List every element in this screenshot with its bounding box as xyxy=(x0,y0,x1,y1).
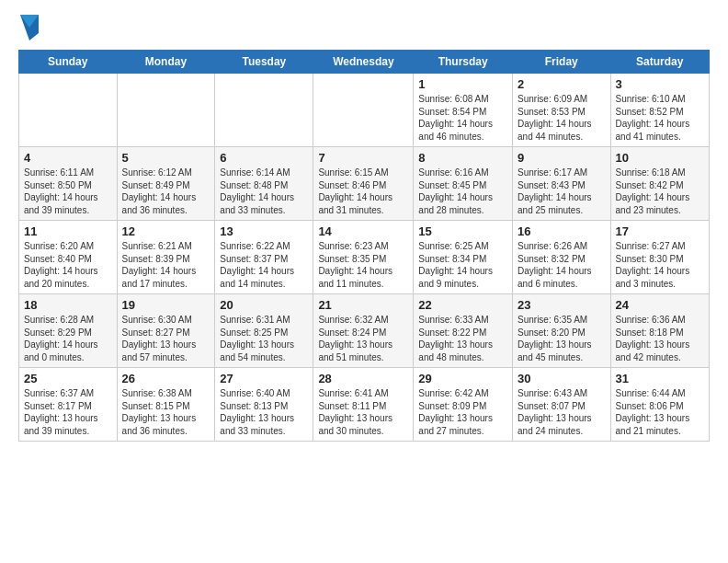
day-number: 22 xyxy=(418,298,507,312)
day-number: 4 xyxy=(24,151,112,165)
day-info: Sunrise: 6:16 AM Sunset: 8:45 PM Dayligh… xyxy=(418,167,507,216)
week-row-5: 25Sunrise: 6:37 AM Sunset: 8:17 PM Dayli… xyxy=(19,368,710,442)
day-number: 26 xyxy=(122,372,210,385)
day-number: 30 xyxy=(518,372,606,385)
day-cell: 19Sunrise: 6:30 AM Sunset: 8:27 PM Dayli… xyxy=(117,294,215,368)
day-number: 13 xyxy=(220,224,308,238)
day-cell xyxy=(117,74,215,147)
weekday-header-wednesday: Wednesday xyxy=(313,51,414,74)
day-number: 1 xyxy=(418,77,507,91)
day-info: Sunrise: 6:10 AM Sunset: 8:52 PM Dayligh… xyxy=(616,93,704,143)
day-number: 2 xyxy=(518,77,606,91)
day-cell: 17Sunrise: 6:27 AM Sunset: 8:30 PM Dayli… xyxy=(610,221,709,294)
day-info: Sunrise: 6:37 AM Sunset: 8:17 PM Dayligh… xyxy=(24,387,112,437)
day-info: Sunrise: 6:15 AM Sunset: 8:46 PM Dayligh… xyxy=(318,167,408,216)
day-cell: 8Sunrise: 6:16 AM Sunset: 8:45 PM Daylig… xyxy=(414,147,513,221)
day-number: 6 xyxy=(220,151,308,165)
day-info: Sunrise: 6:36 AM Sunset: 8:18 PM Dayligh… xyxy=(616,314,704,363)
day-cell: 21Sunrise: 6:32 AM Sunset: 8:24 PM Dayli… xyxy=(313,294,414,368)
day-cell xyxy=(215,74,313,147)
day-info: Sunrise: 6:43 AM Sunset: 8:07 PM Dayligh… xyxy=(518,387,606,437)
day-cell: 14Sunrise: 6:23 AM Sunset: 8:35 PM Dayli… xyxy=(313,221,414,294)
day-cell: 22Sunrise: 6:33 AM Sunset: 8:22 PM Dayli… xyxy=(414,294,513,368)
day-info: Sunrise: 6:25 AM Sunset: 8:34 PM Dayligh… xyxy=(418,240,507,290)
day-info: Sunrise: 6:30 AM Sunset: 8:27 PM Dayligh… xyxy=(122,314,210,363)
day-info: Sunrise: 6:18 AM Sunset: 8:42 PM Dayligh… xyxy=(616,167,704,216)
day-cell: 6Sunrise: 6:14 AM Sunset: 8:48 PM Daylig… xyxy=(215,147,313,221)
day-cell: 29Sunrise: 6:42 AM Sunset: 8:09 PM Dayli… xyxy=(414,368,513,442)
day-info: Sunrise: 6:33 AM Sunset: 8:22 PM Dayligh… xyxy=(418,314,507,363)
day-number: 21 xyxy=(318,298,408,312)
day-number: 3 xyxy=(616,77,704,91)
week-row-1: 1Sunrise: 6:08 AM Sunset: 8:54 PM Daylig… xyxy=(19,74,710,147)
day-number: 24 xyxy=(616,298,704,312)
day-info: Sunrise: 6:42 AM Sunset: 8:09 PM Dayligh… xyxy=(418,387,507,437)
day-cell: 2Sunrise: 6:09 AM Sunset: 8:53 PM Daylig… xyxy=(513,74,611,147)
day-number: 16 xyxy=(518,224,606,238)
day-info: Sunrise: 6:32 AM Sunset: 8:24 PM Dayligh… xyxy=(318,314,408,363)
day-cell: 15Sunrise: 6:25 AM Sunset: 8:34 PM Dayli… xyxy=(414,221,513,294)
calendar-table: SundayMondayTuesdayWednesdayThursdayFrid… xyxy=(18,50,710,442)
day-cell: 12Sunrise: 6:21 AM Sunset: 8:39 PM Dayli… xyxy=(117,221,215,294)
day-cell: 18Sunrise: 6:28 AM Sunset: 8:29 PM Dayli… xyxy=(19,294,118,368)
day-cell: 23Sunrise: 6:35 AM Sunset: 8:20 PM Dayli… xyxy=(513,294,611,368)
day-cell: 3Sunrise: 6:10 AM Sunset: 8:52 PM Daylig… xyxy=(610,74,709,147)
logo-icon xyxy=(20,15,39,40)
weekday-header-friday: Friday xyxy=(513,51,611,74)
header xyxy=(18,15,710,40)
day-number: 5 xyxy=(122,151,210,165)
day-info: Sunrise: 6:08 AM Sunset: 8:54 PM Dayligh… xyxy=(418,93,507,143)
day-cell: 1Sunrise: 6:08 AM Sunset: 8:54 PM Daylig… xyxy=(414,74,513,147)
day-cell: 5Sunrise: 6:12 AM Sunset: 8:49 PM Daylig… xyxy=(117,147,215,221)
day-number: 12 xyxy=(122,224,210,238)
day-info: Sunrise: 6:12 AM Sunset: 8:49 PM Dayligh… xyxy=(122,167,210,216)
weekday-header-row: SundayMondayTuesdayWednesdayThursdayFrid… xyxy=(19,51,710,74)
day-number: 29 xyxy=(418,372,507,385)
day-info: Sunrise: 6:26 AM Sunset: 8:32 PM Dayligh… xyxy=(518,240,606,290)
day-cell: 28Sunrise: 6:41 AM Sunset: 8:11 PM Dayli… xyxy=(313,368,414,442)
day-info: Sunrise: 6:35 AM Sunset: 8:20 PM Dayligh… xyxy=(518,314,606,363)
week-row-4: 18Sunrise: 6:28 AM Sunset: 8:29 PM Dayli… xyxy=(19,294,710,368)
day-info: Sunrise: 6:09 AM Sunset: 8:53 PM Dayligh… xyxy=(518,93,606,143)
day-number: 7 xyxy=(318,151,408,165)
day-info: Sunrise: 6:38 AM Sunset: 8:15 PM Dayligh… xyxy=(122,387,210,437)
day-cell: 31Sunrise: 6:44 AM Sunset: 8:06 PM Dayli… xyxy=(610,368,709,442)
weekday-header-saturday: Saturday xyxy=(610,51,709,74)
day-info: Sunrise: 6:40 AM Sunset: 8:13 PM Dayligh… xyxy=(220,387,308,437)
day-cell: 27Sunrise: 6:40 AM Sunset: 8:13 PM Dayli… xyxy=(215,368,313,442)
day-info: Sunrise: 6:44 AM Sunset: 8:06 PM Dayligh… xyxy=(616,387,704,437)
day-cell: 11Sunrise: 6:20 AM Sunset: 8:40 PM Dayli… xyxy=(19,221,118,294)
day-number: 11 xyxy=(24,224,112,238)
day-cell: 13Sunrise: 6:22 AM Sunset: 8:37 PM Dayli… xyxy=(215,221,313,294)
day-cell: 30Sunrise: 6:43 AM Sunset: 8:07 PM Dayli… xyxy=(513,368,611,442)
weekday-header-tuesday: Tuesday xyxy=(215,51,313,74)
day-info: Sunrise: 6:14 AM Sunset: 8:48 PM Dayligh… xyxy=(220,167,308,216)
day-number: 19 xyxy=(122,298,210,312)
day-info: Sunrise: 6:20 AM Sunset: 8:40 PM Dayligh… xyxy=(24,240,112,290)
page: SundayMondayTuesdayWednesdayThursdayFrid… xyxy=(0,0,728,451)
day-info: Sunrise: 6:31 AM Sunset: 8:25 PM Dayligh… xyxy=(220,314,308,363)
day-number: 18 xyxy=(24,298,112,312)
day-number: 14 xyxy=(318,224,408,238)
day-info: Sunrise: 6:22 AM Sunset: 8:37 PM Dayligh… xyxy=(220,240,308,290)
week-row-3: 11Sunrise: 6:20 AM Sunset: 8:40 PM Dayli… xyxy=(19,221,710,294)
day-cell: 25Sunrise: 6:37 AM Sunset: 8:17 PM Dayli… xyxy=(19,368,118,442)
day-info: Sunrise: 6:28 AM Sunset: 8:29 PM Dayligh… xyxy=(24,314,112,363)
day-number: 8 xyxy=(418,151,507,165)
day-info: Sunrise: 6:21 AM Sunset: 8:39 PM Dayligh… xyxy=(122,240,210,290)
day-info: Sunrise: 6:11 AM Sunset: 8:50 PM Dayligh… xyxy=(24,167,112,216)
weekday-header-sunday: Sunday xyxy=(19,51,118,74)
logo xyxy=(18,15,39,40)
day-cell: 7Sunrise: 6:15 AM Sunset: 8:46 PM Daylig… xyxy=(313,147,414,221)
weekday-header-thursday: Thursday xyxy=(414,51,513,74)
day-cell xyxy=(313,74,414,147)
day-number: 31 xyxy=(616,372,704,385)
day-cell: 9Sunrise: 6:17 AM Sunset: 8:43 PM Daylig… xyxy=(513,147,611,221)
day-cell: 16Sunrise: 6:26 AM Sunset: 8:32 PM Dayli… xyxy=(513,221,611,294)
day-number: 17 xyxy=(616,224,704,238)
weekday-header-monday: Monday xyxy=(117,51,215,74)
day-info: Sunrise: 6:41 AM Sunset: 8:11 PM Dayligh… xyxy=(318,387,408,437)
day-number: 27 xyxy=(220,372,308,385)
day-number: 23 xyxy=(518,298,606,312)
week-row-2: 4Sunrise: 6:11 AM Sunset: 8:50 PM Daylig… xyxy=(19,147,710,221)
